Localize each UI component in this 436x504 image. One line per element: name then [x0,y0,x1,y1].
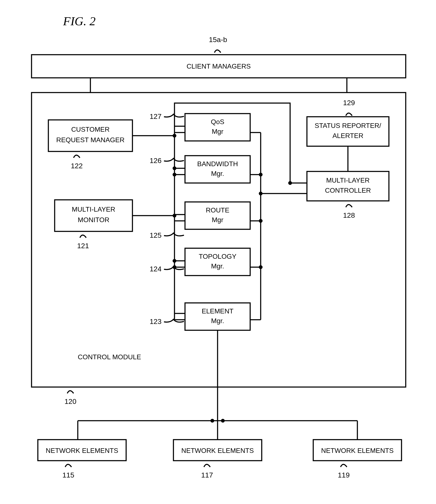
box-route [185,202,250,229]
label-elem-1: ELEMENT [202,307,233,315]
ref-ctrl: 128 [343,211,355,219]
label-control-module: CONTROL MODULE [78,353,141,361]
label-route-1: ROUTE [206,206,229,214]
label-crm-2: REQUEST MANAGER [56,136,125,144]
ref-mon: 121 [77,242,89,250]
ref-bw: 126 [150,157,162,165]
ref-elem: 123 [150,317,162,326]
dot [221,419,225,423]
label-status-2: ALERTER [332,132,363,140]
box-topo [185,248,250,276]
ref-ne1: 115 [63,471,74,479]
box-qos [185,114,250,141]
figure-label: FIG. 2 [63,14,96,28]
label-mon-1: MULTI-LAYER [72,205,115,213]
label-bw-1: BANDWIDTH [197,160,238,168]
dot [288,181,292,185]
ref-crm: 122 [71,162,83,170]
tick-117 [204,465,210,467]
box-crm [48,120,132,151]
label-ne3: NETWORK ELEMENTS [321,447,394,454]
label-ne2: NETWORK ELEMENTS [182,447,254,454]
dot [259,173,263,177]
dot [173,134,176,138]
ref-top: 15a-b [209,36,227,44]
label-qos-2: Mgr [212,128,223,135]
label-qos-1: QoS [211,118,224,126]
dot [210,419,214,423]
label-topo-1: TOPOLOGY [199,253,236,260]
dot [173,265,176,269]
dot [173,173,176,177]
diagram-canvas: FIG. 2 15a-b CLIENT MANAGERS CONTROL MOD… [0,0,436,504]
ref-qos: 127 [150,112,162,120]
box-status [307,117,389,146]
dot [173,166,176,170]
box-bw [185,156,250,183]
label-mon-2: MONITOR [78,216,109,224]
dot [173,214,176,217]
box-monitor [55,200,132,231]
dot [173,259,176,263]
ref-status: 129 [343,99,355,107]
label-ctrl-1: MULTI-LAYER [326,177,370,184]
label-crm-1: CUSTOMER [71,126,110,133]
tick-119 [341,465,347,467]
label-bw-2: Mgr. [211,170,224,177]
ref-ne2: 117 [201,471,213,479]
label-topo-2: Mgr. [211,262,224,270]
box-elem [185,303,250,330]
label-ctrl-2: CONTROLLER [325,187,371,194]
label-route-2: Mgr [212,216,223,224]
label-status-1: STATUS REPORTER/ [315,122,381,129]
ref-ne3: 119 [338,471,350,479]
box-controller [307,171,389,201]
tick-top [214,50,221,53]
label-client-managers: CLIENT MANAGERS [186,63,251,70]
ref-topo: 124 [150,265,162,273]
label-elem-2: Mgr. [211,317,224,325]
dot [259,219,263,223]
dot [259,192,263,196]
tick-115 [65,465,72,467]
ref-control-module: 120 [64,397,77,405]
dot [259,265,263,269]
tick-120 [67,391,73,393]
ref-route: 125 [150,231,162,239]
label-ne1: NETWORK ELEMENTS [46,447,118,454]
